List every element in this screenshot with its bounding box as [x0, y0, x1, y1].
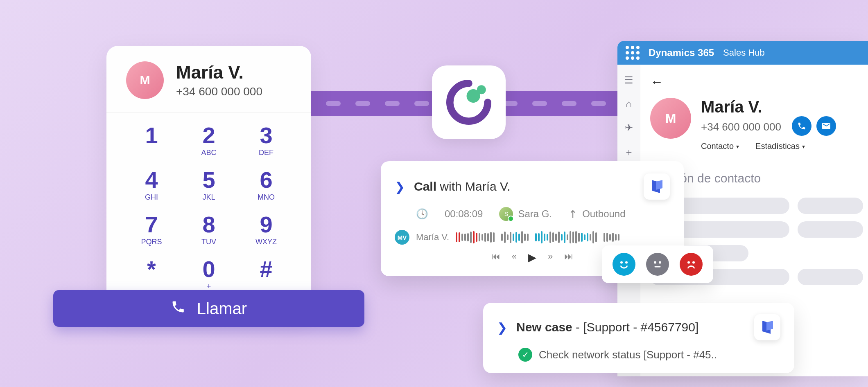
- svg-point-5: [659, 261, 661, 264]
- integration-logo-icon: [446, 80, 491, 125]
- agent-name: Sara G.: [518, 208, 552, 220]
- area-name: Sales Hub: [723, 47, 765, 58]
- contact-header: M María V. +34 600 000 000: [650, 98, 868, 151]
- rewind-button[interactable]: «: [512, 251, 517, 264]
- phone-icon: [171, 299, 185, 318]
- call-action-button[interactable]: [792, 116, 811, 136]
- key-letters: ABC: [180, 148, 237, 157]
- svg-point-1: [477, 85, 486, 94]
- dynamics-titlebar: Dynamics 365 Sales Hub: [617, 41, 868, 65]
- sentiment-picker: [602, 245, 713, 283]
- key-digit: 0: [180, 258, 237, 281]
- skeleton-line: [798, 198, 863, 214]
- skeleton-line: [798, 269, 863, 285]
- connector-dash: [591, 101, 606, 106]
- check-icon: ✓: [518, 348, 532, 362]
- svg-point-8: [692, 261, 695, 264]
- expand-chevron-icon[interactable]: ❯: [395, 180, 405, 194]
- audio-waveform[interactable]: [456, 230, 670, 244]
- connector-dash: [355, 101, 370, 106]
- connector-dash: [562, 101, 576, 106]
- keypad-key-7[interactable]: 7PQRS: [123, 210, 180, 250]
- key-letters: GHI: [123, 193, 180, 202]
- keypad-key-6[interactable]: 6MNO: [237, 165, 295, 205]
- connector-dash: [326, 101, 341, 106]
- home-icon[interactable]: ⌂: [626, 98, 632, 110]
- contact-name: María V.: [176, 62, 262, 83]
- key-digit: 4: [123, 169, 180, 191]
- sentiment-sad-button[interactable]: [680, 253, 703, 276]
- key-letters: WXYZ: [237, 238, 295, 246]
- app-launcher-icon[interactable]: [626, 46, 640, 60]
- call-title: Call with María V.: [414, 180, 511, 194]
- connector-dash: [414, 101, 429, 106]
- keypad-key-8[interactable]: 8TUV: [180, 210, 237, 250]
- keypad-key-1[interactable]: 1: [123, 121, 180, 160]
- key-digit: 9: [237, 213, 295, 236]
- connector-dash: [532, 101, 547, 106]
- chevron-down-icon: ▾: [736, 143, 739, 150]
- dynamics-app-badge: [754, 314, 780, 340]
- call-duration: 00:08:09: [445, 208, 483, 220]
- case-subtitle: Check network status [Support - #45..: [539, 349, 717, 361]
- key-letters: JKL: [180, 193, 237, 202]
- call-direction: Outbound: [582, 208, 625, 220]
- back-button[interactable]: ←: [650, 74, 868, 90]
- call-button[interactable]: Llamar: [53, 290, 364, 327]
- case-title: New case - [Support - #4567790]: [516, 320, 698, 334]
- keypad-key-2[interactable]: 2ABC: [180, 121, 237, 160]
- key-digit: 1: [123, 124, 180, 147]
- key-letters: DEF: [237, 148, 295, 157]
- keypad: 1 2ABC3DEF4GHI5JKL6MNO7PQRS8TUV9WXYZ* 0+…: [106, 112, 311, 298]
- svg-point-7: [687, 261, 690, 264]
- keypad-key-*[interactable]: *: [123, 254, 180, 294]
- key-letters: PQRS: [123, 238, 180, 246]
- contact-phone: +34 600 000 000: [701, 121, 781, 133]
- case-record-card: ❯ New case - [Support - #4567790] ✓ Chec…: [483, 303, 794, 373]
- skip-forward-button[interactable]: ⏭: [564, 251, 573, 264]
- dynamics-app-badge: [644, 173, 670, 200]
- contact-avatar: M: [650, 98, 691, 139]
- key-letters: MNO: [237, 193, 295, 202]
- dialer-panel: M María V. +34 600 000 000 1 2ABC3DEF4GH…: [106, 46, 311, 310]
- svg-point-3: [625, 261, 628, 264]
- contact-avatar: M: [126, 61, 164, 99]
- svg-point-4: [654, 261, 656, 264]
- svg-point-2: [620, 261, 623, 264]
- connector-dash: [385, 101, 400, 106]
- keypad-key-0[interactable]: 0+: [180, 254, 237, 294]
- key-letters: TUV: [180, 238, 237, 246]
- skeleton-line: [798, 221, 863, 238]
- call-button-label: Llamar: [197, 299, 247, 318]
- agent-avatar: S: [499, 207, 513, 221]
- key-letters: +: [180, 282, 237, 291]
- integration-logo: [432, 65, 506, 139]
- plus-icon[interactable]: ＋: [624, 146, 634, 159]
- keypad-key-9[interactable]: 9WXYZ: [237, 210, 295, 250]
- keypad-key-#[interactable]: #: [237, 254, 295, 294]
- chevron-down-icon: ▾: [802, 143, 805, 150]
- play-button[interactable]: ▶: [528, 251, 536, 264]
- rocket-icon[interactable]: ✈: [625, 122, 633, 133]
- expand-chevron-icon[interactable]: ❯: [497, 320, 507, 335]
- key-digit: 8: [180, 213, 237, 236]
- key-digit: 3: [237, 124, 295, 147]
- sentiment-neutral-button[interactable]: [646, 253, 669, 276]
- keypad-key-4[interactable]: 4GHI: [123, 165, 180, 205]
- dialer-header: M María V. +34 600 000 000: [106, 46, 311, 112]
- participant-name: María V.: [416, 232, 449, 243]
- keypad-key-3[interactable]: 3DEF: [237, 121, 295, 160]
- key-digit: 5: [180, 169, 237, 191]
- keypad-key-5[interactable]: 5JKL: [180, 165, 237, 205]
- email-action-button[interactable]: [816, 116, 836, 136]
- outbound-arrow-icon: ↗: [565, 206, 580, 221]
- product-name: Dynamics 365: [649, 47, 714, 59]
- forward-button[interactable]: »: [548, 251, 553, 264]
- skip-back-button[interactable]: ⏮: [491, 251, 500, 264]
- tab-estadisticas[interactable]: Estadísticas ▾: [755, 142, 805, 151]
- contact-name: María V.: [701, 98, 836, 116]
- participant-badge: MV: [395, 230, 409, 245]
- tab-contacto[interactable]: Contacto ▾: [701, 142, 739, 151]
- menu-icon[interactable]: ☰: [624, 74, 633, 86]
- sentiment-happy-button[interactable]: [613, 253, 635, 276]
